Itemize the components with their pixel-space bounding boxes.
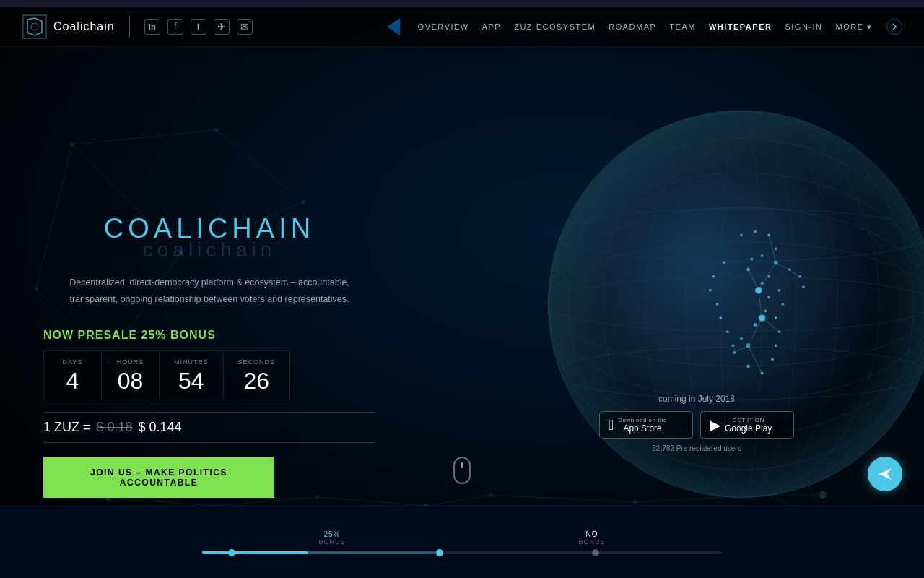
apple-large-text: App Store bbox=[618, 423, 667, 434]
app-download: coming in July 2018  Download on the Ap… bbox=[599, 394, 794, 452]
nav-link-app[interactable]: APP bbox=[482, 22, 502, 31]
svg-point-73 bbox=[723, 262, 725, 264]
countdown-seconds: SECONDS 26 bbox=[224, 351, 290, 400]
nav-link-zuz[interactable]: ZUZ ECOSYSTEM bbox=[514, 22, 596, 31]
svg-point-55 bbox=[746, 365, 750, 368]
svg-point-78 bbox=[726, 330, 729, 333]
cta-button[interactable]: JOIN US – MAKE POLITICS ACCOUNTABLE bbox=[43, 457, 274, 498]
nav-link-whitepaper[interactable]: WHITEPAPER bbox=[709, 22, 772, 31]
timeline-sublabel-2: BONUS bbox=[578, 538, 605, 545]
seconds-label: SECONDS bbox=[238, 358, 276, 366]
nav-left-arrow-icon bbox=[387, 18, 400, 35]
telegram-icon[interactable]: ✈ bbox=[214, 19, 230, 35]
svg-point-65 bbox=[754, 230, 757, 233]
nav-divider bbox=[129, 16, 130, 38]
svg-point-75 bbox=[709, 289, 712, 292]
svg-point-67 bbox=[775, 248, 777, 251]
svg-point-94 bbox=[755, 287, 762, 294]
price-row: 1 ZUZ = $ 0.18 $ 0.144 bbox=[43, 412, 375, 443]
svg-point-62 bbox=[778, 289, 781, 292]
timeline-label-2-text: NO bbox=[578, 530, 605, 538]
app-store-button[interactable]:  Download on the App Store bbox=[599, 411, 693, 439]
svg-point-56 bbox=[761, 372, 764, 375]
globe-area bbox=[404, 83, 924, 553]
nav-link-signin[interactable]: SIGN-IN bbox=[785, 22, 822, 31]
email-icon[interactable]: ✉ bbox=[237, 19, 253, 35]
nav-link-more[interactable]: MORE ▾ bbox=[836, 22, 873, 32]
days-value: 4 bbox=[58, 369, 87, 392]
svg-point-52 bbox=[754, 323, 757, 327]
linkedin-icon[interactable]: in bbox=[144, 19, 160, 35]
svg-point-54 bbox=[733, 351, 736, 354]
nav-link-overview[interactable]: OVERVIEW bbox=[418, 22, 469, 31]
minutes-value: 54 bbox=[174, 369, 209, 392]
hours-label: HOURS bbox=[116, 358, 144, 366]
nav-link-roadmap[interactable]: ROADMAP bbox=[609, 22, 656, 31]
nav-right: OVERVIEW APP ZUZ ECOSYSTEM ROADMAP TEAM … bbox=[387, 18, 902, 35]
left-content: COALICHAIN coalichain Decentralized, dir… bbox=[43, 213, 375, 498]
scroll-dot bbox=[461, 462, 463, 468]
svg-point-53 bbox=[740, 337, 743, 340]
svg-point-58 bbox=[775, 344, 777, 347]
days-label: DAYS bbox=[58, 358, 87, 366]
main-content: COALICHAIN coalichain Decentralized, dir… bbox=[0, 47, 924, 578]
google-text: GET IT ON Google Play bbox=[725, 417, 772, 434]
logo-icon bbox=[22, 14, 48, 40]
svg-point-74 bbox=[712, 275, 715, 278]
logo-text: Coalichain bbox=[53, 20, 115, 33]
nav-links: OVERVIEW APP ZUZ ECOSYSTEM ROADMAP TEAM … bbox=[418, 22, 872, 32]
browser-bar bbox=[0, 0, 924, 7]
svg-point-95 bbox=[759, 314, 766, 322]
nav-right-arrow-icon[interactable] bbox=[886, 19, 902, 35]
countdown-minutes: MINUTES 54 bbox=[160, 351, 224, 400]
timeline-dot-2 bbox=[436, 549, 443, 556]
google-small-text: GET IT ON bbox=[725, 417, 772, 423]
presale-banner: NOW PRESALE 25% BONUS bbox=[43, 329, 375, 342]
preregistered-text: 32,782 Pre registered users bbox=[599, 444, 794, 452]
store-buttons:  Download on the App Store ▶ GET IT ON … bbox=[599, 411, 794, 439]
scroll-mouse-icon bbox=[453, 457, 471, 484]
globe-svg bbox=[404, 83, 924, 553]
facebook-icon[interactable]: f bbox=[167, 19, 183, 35]
seconds-value: 26 bbox=[238, 369, 276, 392]
countdown-days: DAYS 4 bbox=[44, 351, 102, 400]
nav-link-team[interactable]: TEAM bbox=[669, 22, 696, 31]
timeline-labels: 25% BONUS NO BONUS bbox=[202, 530, 722, 545]
coming-soon-text: coming in July 2018 bbox=[599, 394, 794, 404]
hero-title-ghost: coalichain bbox=[43, 238, 375, 262]
svg-point-57 bbox=[771, 358, 774, 361]
twitter-icon[interactable]: t bbox=[191, 19, 206, 35]
svg-point-33 bbox=[31, 23, 38, 30]
svg-point-50 bbox=[767, 296, 770, 298]
navbar: Coalichain in f t ✈ ✉ OVERVIEW APP ZUZ E… bbox=[0, 7, 924, 47]
google-play-icon: ▶ bbox=[710, 416, 720, 434]
minutes-label: MINUTES bbox=[174, 358, 209, 366]
logo[interactable]: Coalichain bbox=[22, 14, 115, 40]
hours-value: 08 bbox=[116, 369, 144, 392]
chevron-down-icon: ▾ bbox=[867, 22, 873, 32]
countdown-hours: HOURS 08 bbox=[102, 351, 160, 400]
timeline-label-1-text: 25% bbox=[318, 530, 345, 538]
timeline-fill bbox=[202, 551, 436, 554]
svg-point-68 bbox=[761, 254, 764, 257]
countdown: DAYS 4 HOURS 08 MINUTES 54 SECONDS 26 bbox=[43, 350, 290, 400]
timeline-label-1: 25% BONUS bbox=[318, 530, 345, 545]
timeline-dot-3 bbox=[592, 549, 599, 556]
price-old: $ 0.18 bbox=[97, 420, 133, 435]
svg-point-60 bbox=[775, 316, 777, 319]
google-play-button[interactable]: ▶ GET IT ON Google Play bbox=[700, 411, 794, 439]
timeline-dot-1 bbox=[228, 549, 235, 556]
timeline-sublabel-1: BONUS bbox=[318, 538, 345, 545]
timeline-label-2: NO BONUS bbox=[578, 530, 605, 545]
google-large-text: Google Play bbox=[725, 423, 772, 434]
float-send-button[interactable] bbox=[868, 457, 902, 491]
svg-point-72 bbox=[802, 285, 805, 288]
apple-text: Download on the App Store bbox=[618, 417, 667, 434]
bottom-bar: 25% BONUS NO BONUS bbox=[0, 506, 924, 578]
timeline-track bbox=[202, 551, 722, 554]
svg-point-69 bbox=[750, 258, 753, 261]
price-new: $ 0.144 bbox=[139, 420, 182, 435]
svg-point-51 bbox=[764, 310, 767, 313]
price-equation: 1 ZUZ = bbox=[43, 420, 91, 435]
apple-small-text: Download on the bbox=[618, 417, 667, 423]
